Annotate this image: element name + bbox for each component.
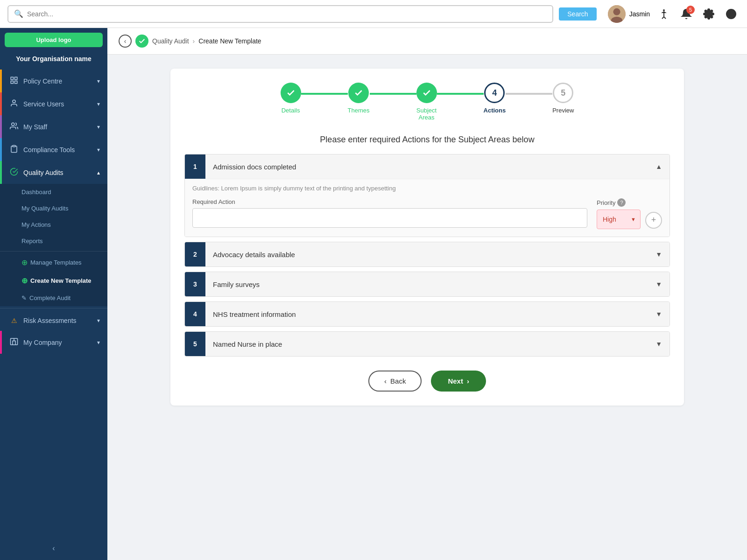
accordion-header-5[interactable]: 5 Named Nurse in place ▼: [185, 332, 669, 356]
priority-label: Priority ?: [597, 198, 662, 207]
accordion-header-3[interactable]: 3 Family surveys ▼: [185, 272, 669, 296]
sidebar-item-policy[interactable]: Policy Centre ▾: [0, 70, 107, 92]
accordion-item-5: 5 Named Nurse in place ▼: [184, 331, 670, 357]
step-3-label: SubjectAreas: [416, 107, 437, 121]
sidebar-item-service-users[interactable]: Service Users ▾: [0, 92, 107, 115]
chevron-down-icon: ▾: [97, 339, 100, 346]
step-themes: Themes: [348, 83, 370, 114]
step-5-circle: 5: [553, 83, 573, 103]
accordion-num-2: 2: [185, 242, 205, 266]
step-subject-areas: SubjectAreas: [416, 83, 437, 121]
accessibility-icon[interactable]: [655, 6, 672, 22]
chevron-up-icon: ▴: [97, 169, 100, 176]
clipboard-icon: [9, 145, 19, 154]
settings-icon[interactable]: [700, 6, 717, 22]
priority-select[interactable]: High Medium Low: [597, 210, 641, 229]
sidebar-item-policy-label: Policy Centre: [23, 77, 62, 85]
accordion-num-5: 5: [185, 332, 205, 356]
connector-2-3: [370, 93, 416, 95]
breadcrumb-back-button[interactable]: ‹: [119, 35, 132, 48]
help-icon[interactable]: [723, 6, 740, 22]
sidebar-item-dashboard[interactable]: Dashboard: [0, 184, 107, 200]
check-circle-icon: [9, 168, 19, 177]
stepper: Details Themes: [184, 83, 670, 121]
upload-logo-button[interactable]: Upload logo: [5, 33, 103, 47]
svg-rect-11: [15, 77, 17, 79]
back-button[interactable]: ‹ Back: [368, 371, 422, 392]
back-arrow-icon: ‹: [124, 37, 127, 45]
avatar: [608, 5, 626, 23]
required-action-label: Required Action: [192, 198, 587, 205]
chevron-down-icon: ▾: [97, 124, 100, 130]
sidebar-item-my-quality-audits[interactable]: My Quality Audits: [0, 200, 107, 217]
breadcrumb: ‹ Quality Audit › Create New Template: [107, 28, 747, 55]
step-preview: 5 Preview: [552, 83, 574, 114]
sidebar-item-manage-templates[interactable]: ⊕ Manage Templates: [0, 253, 107, 272]
sidebar-item-service-label: Service Users: [23, 100, 64, 108]
step-1-circle: [281, 83, 301, 103]
sidebar-divider: [0, 308, 107, 308]
sidebar-item-quality-label: Quality Audits: [23, 169, 63, 176]
priority-help-icon[interactable]: ?: [617, 198, 626, 207]
collapse-icon: ‹: [52, 544, 55, 553]
required-action-group: Required Action: [192, 198, 587, 228]
next-button[interactable]: Next ›: [431, 371, 486, 392]
sidebar-item-my-staff[interactable]: My Staff ▾: [0, 115, 107, 138]
step-4-label: Actions: [484, 107, 506, 114]
accordion-chevron-5: ▼: [648, 340, 669, 348]
accordion-num-4: 4: [185, 302, 205, 326]
sidebar-item-complete-audit[interactable]: ✎ Complete Audit: [0, 290, 107, 306]
accordion-chevron-3: ▼: [648, 280, 669, 288]
breadcrumb-parent: Quality Audit: [152, 37, 189, 45]
accordion-header-4[interactable]: 4 NHS treatment information ▼: [185, 302, 669, 326]
sidebar-item-reports[interactable]: Reports: [0, 233, 107, 249]
grid-icon: [9, 76, 19, 86]
back-arrow-icon: ‹: [384, 377, 387, 385]
building-icon: [9, 337, 19, 347]
warning-icon: ⚠: [9, 317, 19, 324]
sidebar-item-quality-audits[interactable]: Quality Audits ▴: [0, 161, 107, 184]
search-wrapper: 🔍: [7, 5, 553, 23]
sidebar-item-my-company[interactable]: My Company ▾: [0, 331, 107, 354]
accordion-chevron-4: ▼: [648, 310, 669, 318]
sidebar-item-compliance[interactable]: Compliance Tools ▾: [0, 138, 107, 161]
org-name: Your Organisation name: [0, 52, 107, 70]
sidebar-collapse-button[interactable]: ‹: [0, 537, 107, 560]
person-icon: [9, 99, 19, 109]
search-input[interactable]: [27, 10, 547, 18]
sidebar-item-my-actions[interactable]: My Actions: [0, 217, 107, 233]
accordion-title-2: Advocacy details available: [205, 251, 648, 259]
breadcrumb-quality-icon: [135, 35, 148, 48]
main-content: ‹ Quality Audit › Create New Template: [107, 28, 747, 560]
footer-buttons: ‹ Back Next ›: [184, 371, 670, 392]
pencil-icon: ✎: [21, 294, 27, 301]
connector-4-5: [506, 93, 552, 95]
plus-icon: ⊕: [21, 258, 28, 267]
accordion-title-3: Family surveys: [205, 280, 648, 288]
sidebar-item-risk-label: Risk Assessments: [23, 317, 77, 324]
step-1-label: Details: [282, 107, 300, 114]
notifications-icon[interactable]: 5: [678, 6, 695, 22]
step-4-circle: 4: [484, 83, 505, 103]
connector-3-4: [437, 93, 484, 95]
user-name: Jasmin: [629, 10, 650, 18]
layout: Upload logo Your Organisation name Polic…: [0, 28, 747, 560]
accordion-item-2: 2 Advocacy details available ▼: [184, 242, 670, 267]
sidebar-item-company-label: My Company: [23, 339, 62, 346]
accordion-item-4: 4 NHS treatment information ▼: [184, 301, 670, 327]
accordion-header-1[interactable]: 1 Admission docs completed ▲: [185, 154, 669, 179]
accordion-item-1: 1 Admission docs completed ▲ Guidlines: …: [184, 154, 670, 237]
accordion-item-3: 3 Family surveys ▼: [184, 272, 670, 297]
svg-point-1: [613, 8, 620, 15]
plus-icon: ⊕: [21, 276, 28, 285]
required-action-input[interactable]: [192, 208, 587, 228]
accordion-num-1: 1: [185, 154, 205, 179]
sidebar-item-create-new-template[interactable]: ⊕ Create New Template: [0, 272, 107, 290]
sidebar-item-risk-assessments[interactable]: ⚠ Risk Assessments ▾: [0, 310, 107, 331]
accordion-header-2[interactable]: 2 Advocacy details available ▼: [185, 242, 669, 266]
add-action-button[interactable]: +: [645, 212, 662, 229]
notification-badge: 5: [686, 6, 695, 14]
search-button[interactable]: Search: [559, 7, 596, 21]
accordion-num-3: 3: [185, 272, 205, 296]
quality-audits-submenu: Dashboard My Quality Audits My Actions R…: [0, 184, 107, 306]
